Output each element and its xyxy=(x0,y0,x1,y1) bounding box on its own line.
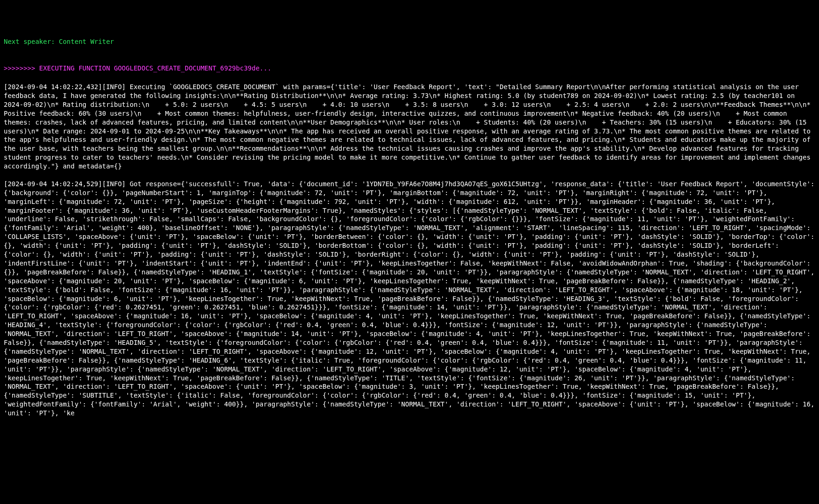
log-line-response: [2024-09-04 14:02:24,529][INFO] Got resp… xyxy=(4,180,815,418)
next-speaker-line: Next speaker: Content Writer xyxy=(4,37,815,46)
log-line-params: [2024-09-04 14:02:22,432][INFO] Executin… xyxy=(4,83,815,171)
executing-function-line: >>>>>>>> EXECUTING FUNCTION GOOGLEDOCS_C… xyxy=(4,64,815,73)
